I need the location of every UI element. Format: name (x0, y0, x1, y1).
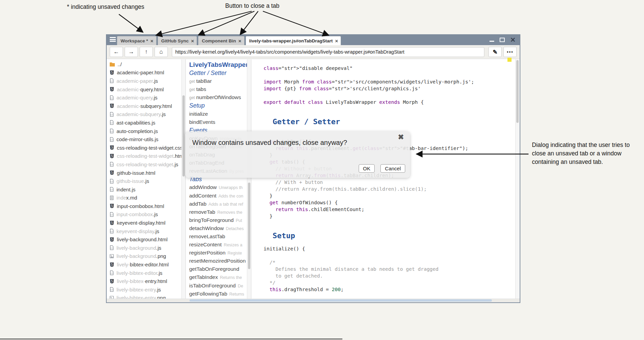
method-item[interactable]: getTabIndexReturns the (189, 273, 251, 281)
method-name: numberOfWindows (196, 94, 241, 100)
method-item[interactable]: gettabBar (189, 77, 251, 85)
more-options-button[interactable]: ●●● (503, 47, 517, 57)
file-row[interactable]: </>lively-bibtex-entry.js (107, 285, 185, 294)
file-row[interactable]: 5keyevent-display.html (107, 219, 185, 227)
method-item[interactable]: bringToForegroundPut (189, 216, 251, 224)
code-line: import {pt} from class="str">'src/client… (264, 85, 511, 92)
edit-pencil-button[interactable]: ✎ (488, 47, 502, 57)
file-name: academic-subquery.html (117, 103, 172, 109)
window-controls: ✕ (489, 34, 516, 45)
file-row[interactable]: </>code-mirror-utils.js (107, 135, 185, 144)
file-name: academic-paper.js (117, 78, 158, 84)
bottom-edge-line (0, 339, 342, 339)
tab-close-icon[interactable]: × (191, 38, 194, 43)
method-item[interactable]: getFollowingTabReturns (189, 290, 251, 298)
file-row[interactable]: </>auto-completion.js (107, 127, 185, 135)
method-item[interactable]: removeTabRemoves the (189, 208, 251, 216)
tab-4[interactable]: lively-tabs-wrapper.js#onTabDragStart× (246, 36, 341, 45)
file-row[interactable]: 5github-issue.html (107, 169, 185, 177)
file-row[interactable]: 5academic-paper.html (107, 69, 185, 77)
file-row[interactable]: </>indent.js (107, 185, 185, 194)
menu-icon[interactable] (110, 37, 116, 42)
method-item[interactable]: bindEvents (189, 118, 251, 126)
file-row[interactable]: ../ (107, 60, 185, 69)
minimize-button[interactable] (489, 41, 494, 42)
method-description: Removes the (217, 210, 243, 215)
method-item[interactable]: addTabAdds a tab that ref (189, 200, 251, 208)
file-row[interactable]: 5lively-bibtex-editor.html (107, 260, 185, 269)
up-button[interactable]: ↑ (140, 47, 153, 57)
method-category[interactable]: Setup (189, 101, 251, 110)
method-item[interactable]: addContentAdds the con (189, 192, 251, 200)
horizontal-scroll-thumb[interactable] (190, 299, 492, 302)
url-input[interactable] (172, 47, 484, 57)
file-row[interactable]: </>academic-subquery.js (107, 110, 185, 119)
code-line: class="str">"disable deepeval" (264, 65, 511, 72)
method-category[interactable]: Getter / Setter (189, 69, 251, 77)
file-list-scroll-thumb[interactable] (182, 95, 185, 176)
file-row[interactable]: </>css-reloading-test-widget.js (107, 160, 185, 169)
file-row[interactable]: </>keyevent-display.js (107, 227, 185, 235)
file-row[interactable]: </>academic-query.js (107, 93, 185, 102)
forward-button[interactable]: → (125, 47, 138, 57)
file-row[interactable]: </>lively-bibtex-editor.js (107, 269, 185, 277)
file-name: css-reloading-test-widget.css (117, 145, 182, 151)
file-row[interactable]: </>github-issue.js (107, 177, 185, 185)
code-editor[interactable]: class="str">"disable deepeval" import Mo… (251, 59, 515, 299)
tab-close-icon[interactable]: × (335, 38, 338, 43)
method-description: Detaches (226, 226, 244, 231)
method-item[interactable]: registerPositionRegiste (189, 249, 251, 257)
file-row[interactable]: index.md (107, 194, 185, 202)
tab-close-icon[interactable]: × (238, 38, 242, 43)
text-file-icon (109, 195, 114, 201)
cancel-button[interactable]: Cancel (380, 164, 405, 173)
method-item[interactable]: getnumberOfWindows (189, 93, 251, 101)
back-button[interactable]: ← (110, 47, 123, 57)
folder-icon (109, 62, 115, 67)
code-blank-line (264, 72, 511, 78)
dialog-close-icon[interactable]: ✖ (398, 133, 404, 141)
file-row[interactable]: 5css-reloading-test-widget.html (107, 152, 185, 160)
method-item[interactable]: gettabs (189, 85, 251, 93)
file-row[interactable]: lively-bibtex-entry.png (107, 294, 185, 299)
file-row[interactable]: 5input-combobox.html (107, 202, 185, 210)
method-item[interactable]: isTabOnForegroundDe (189, 282, 251, 290)
method-list-scroll-thumb[interactable] (248, 183, 250, 269)
file-name: css-reloading-test-widget.html (117, 153, 184, 159)
method-item[interactable]: detachWindowDetaches (189, 224, 251, 232)
tab-2[interactable]: GitHub Sync× (158, 36, 197, 45)
svg-text:5: 5 (111, 238, 113, 241)
method-item[interactable]: initialize (189, 110, 251, 118)
method-item[interactable]: addWindowUnwrapps th (189, 183, 251, 191)
file-row[interactable]: </>input-combobox.js (107, 210, 185, 219)
js-file-icon: </> (109, 245, 114, 250)
maximize-button[interactable] (500, 38, 505, 42)
code-line: Defines the minimal distance a tab needs… (264, 266, 511, 272)
method-item[interactable]: removeLastTab (189, 232, 251, 241)
file-name: academic-query.js (117, 95, 158, 100)
tab-close-icon[interactable]: × (150, 38, 154, 43)
method-item[interactable]: resetMemoziredPosition (189, 257, 251, 265)
window-close-button[interactable]: ✕ (510, 37, 516, 43)
code-scroll-thumb[interactable] (516, 60, 519, 123)
home-button[interactable]: ⌂ (155, 47, 168, 57)
file-row[interactable]: </>ast-capabilities.js (107, 118, 185, 127)
ok-button[interactable]: OK (359, 164, 375, 173)
file-row[interactable]: 3css-reloading-test-widget.css (107, 144, 185, 152)
tab-1[interactable]: Workspace *× (117, 36, 157, 45)
html-file-icon: 5 (109, 153, 114, 159)
file-row[interactable]: 5academic-query.html (107, 85, 185, 94)
file-list-scrollbar (181, 59, 185, 299)
file-row[interactable]: </>academic-paper.js (107, 77, 185, 85)
method-outline-panel: LivelyTabsWrapper Getter / SettergettabB… (186, 59, 251, 299)
tab-3[interactable]: Component Bin× (198, 36, 244, 45)
file-row[interactable]: lively-background.png (107, 252, 185, 261)
method-item[interactable]: getTabOnForeground (189, 265, 251, 273)
method-item[interactable]: resizeContentResizes a (189, 241, 251, 249)
file-row[interactable]: 5academic-subquery.html (107, 102, 185, 110)
annotation-unsaved-changes: * indicating unsaved changes (67, 3, 144, 11)
tab-bar: Workspace *×GitHub Sync×Component Bin×li… (117, 36, 341, 45)
file-row[interactable]: </>lively-background.js (107, 244, 185, 252)
file-row[interactable]: 5lively-background.html (107, 235, 185, 244)
file-row[interactable]: 5lively-bibtex-entry.html (107, 277, 185, 285)
